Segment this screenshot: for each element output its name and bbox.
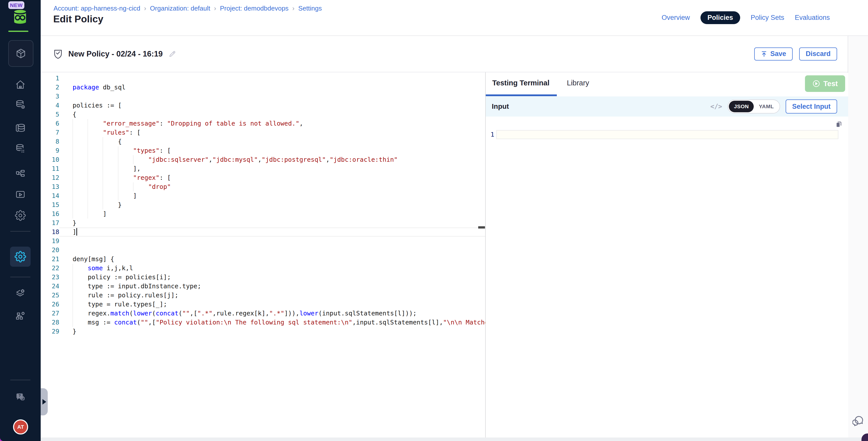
- line-number: 29: [41, 327, 59, 336]
- line-number: 11: [41, 164, 59, 173]
- database-gear-icon: [15, 99, 26, 110]
- input-editor[interactable]: 1: [486, 117, 848, 438]
- sidebar-item-settings-active[interactable]: [10, 247, 31, 267]
- sidebar-item-runs[interactable]: [0, 189, 41, 200]
- format-yaml[interactable]: YAML: [754, 101, 779, 112]
- line-number: 10: [41, 155, 59, 164]
- code-line[interactable]: 7"rules": [: [41, 128, 485, 137]
- sidebar-item-help[interactable]: ?: [0, 392, 41, 403]
- code-line[interactable]: 28msg := concat("",["Policy violation:\n…: [41, 318, 485, 327]
- sidebar-item-hierarchy[interactable]: [0, 310, 41, 321]
- code-line[interactable]: 9"types": [: [41, 146, 485, 155]
- sidebar-item-packages[interactable]: [8, 40, 33, 67]
- code-line[interactable]: 20: [41, 246, 485, 255]
- save-button[interactable]: Save: [754, 48, 793, 61]
- code-line[interactable]: 18]: [41, 227, 485, 237]
- code-line[interactable]: 29}: [41, 327, 485, 336]
- user-avatar[interactable]: AT: [13, 419, 28, 435]
- code-line[interactable]: 14]: [41, 191, 485, 200]
- test-label: Test: [823, 80, 838, 88]
- format-json[interactable]: JSON: [729, 101, 754, 112]
- copy-icon[interactable]: [834, 120, 843, 129]
- sidebar-item-db-instances[interactable]: [0, 143, 41, 154]
- line-number: 20: [41, 246, 59, 255]
- sidebar-divider: [10, 231, 30, 231]
- test-button[interactable]: Test: [805, 75, 845, 92]
- code-line[interactable]: 17}: [41, 219, 485, 227]
- sidebar-item-gear[interactable]: [0, 210, 41, 221]
- line-number: 12: [41, 173, 59, 182]
- policy-name: New Policy - 02/24 - 16:19: [68, 50, 163, 59]
- line-number: 4: [41, 101, 59, 110]
- tab-policies[interactable]: Policies: [701, 11, 740, 24]
- code-line[interactable]: 12"regex": [: [41, 173, 485, 182]
- line-number: 28: [41, 318, 59, 327]
- corner-shape: [862, 434, 868, 441]
- tab-library[interactable]: Library: [567, 79, 589, 87]
- sidebar-item-db-stack[interactable]: [0, 122, 41, 134]
- code-line[interactable]: 21deny[msg] {: [41, 255, 485, 264]
- indent-guide: [72, 173, 88, 182]
- code-line[interactable]: 25rule := policy.rules[j];: [41, 291, 485, 300]
- discard-button[interactable]: Discard: [799, 48, 837, 61]
- discard-label: Discard: [806, 50, 831, 58]
- input-current-line[interactable]: [496, 130, 838, 139]
- sidebar-item-db-settings[interactable]: [0, 99, 41, 110]
- code-line[interactable]: 3: [41, 92, 485, 101]
- indent-guide: [72, 119, 88, 128]
- logo-divider: [8, 31, 28, 32]
- edit-policy-page: NEW: [0, 0, 868, 441]
- code-line[interactable]: 1: [41, 74, 485, 83]
- code-line[interactable]: 15}: [41, 200, 485, 210]
- select-input-button[interactable]: Select Input: [786, 99, 837, 114]
- breadcrumb-item[interactable]: Organization: default: [150, 4, 210, 12]
- overview-ruler-mark: [478, 226, 485, 228]
- code-line[interactable]: 19: [41, 237, 485, 246]
- testing-panel: Testing Terminal Library Test Input </> …: [486, 73, 848, 438]
- edit-pencil-icon[interactable]: [168, 50, 176, 58]
- tab-evaluations[interactable]: Evaluations: [795, 14, 830, 22]
- code-line[interactable]: 16]: [41, 210, 485, 219]
- testing-tabs: Testing Terminal Library Test: [486, 73, 848, 96]
- sidebar-item-flow[interactable]: [0, 168, 41, 179]
- line-number: 5: [41, 110, 59, 119]
- code-line[interactable]: 11],: [41, 164, 485, 173]
- code-line[interactable]: 22some i,j,k,l: [41, 264, 485, 273]
- sidebar-item-home[interactable]: [0, 79, 41, 90]
- tab-overview[interactable]: Overview: [661, 14, 690, 22]
- code-line[interactable]: 6"error_message": "Dropping of table is …: [41, 119, 485, 128]
- code-format-icon[interactable]: </>: [710, 103, 722, 110]
- page-header: Account: app-harness-ng-cicd›Organizatio…: [41, 0, 868, 36]
- code-line[interactable]: 2package db_sql: [41, 83, 485, 92]
- indent-guide: [88, 173, 103, 182]
- line-number: 18: [41, 227, 59, 237]
- tab-policy-sets[interactable]: Policy Sets: [751, 14, 784, 22]
- breadcrumb-item[interactable]: Account: app-harness-ng-cicd: [54, 4, 140, 12]
- sidebar-expand-handle[interactable]: [41, 388, 48, 415]
- code-line[interactable]: 4policies := [: [41, 101, 485, 110]
- indent-guide: [88, 155, 103, 164]
- sidebar-item-layers[interactable]: [0, 288, 41, 299]
- flow-branch-icon: [15, 168, 26, 179]
- indent-guide: [88, 146, 103, 155]
- code-line[interactable]: 24type := input.dbInstance.type;: [41, 282, 485, 291]
- code-line[interactable]: 13"drop": [41, 182, 485, 191]
- indent-guide: [103, 146, 118, 155]
- indent-guide: [118, 182, 133, 191]
- chat-bubbles-icon[interactable]: [852, 414, 865, 428]
- code-line[interactable]: 27regex.match(lower(concat("",[".*",rule…: [41, 309, 485, 318]
- code-line[interactable]: 26type = rule.types[_];: [41, 300, 485, 309]
- line-number: 6: [41, 119, 59, 128]
- code-line[interactable]: 23policy := policies[i];: [41, 273, 485, 282]
- breadcrumb-item[interactable]: Project: demodbdevops: [220, 4, 288, 12]
- db-devops-logo[interactable]: [12, 8, 28, 25]
- indent-guide: [72, 191, 88, 200]
- breadcrumb-item[interactable]: Settings: [299, 4, 322, 12]
- code-line[interactable]: 5{: [41, 110, 485, 119]
- tab-testing-terminal[interactable]: Testing Terminal: [492, 79, 550, 87]
- settings-gear-icon: [14, 251, 26, 262]
- code-line[interactable]: 10"jdbc:sqlserver","jdbc:mysql","jdbc:po…: [41, 155, 485, 164]
- sidebar-divider: [10, 277, 30, 277]
- policy-code-editor[interactable]: 12package db_sql34policies := [5{6"error…: [41, 73, 485, 438]
- code-line[interactable]: 8{: [41, 137, 485, 146]
